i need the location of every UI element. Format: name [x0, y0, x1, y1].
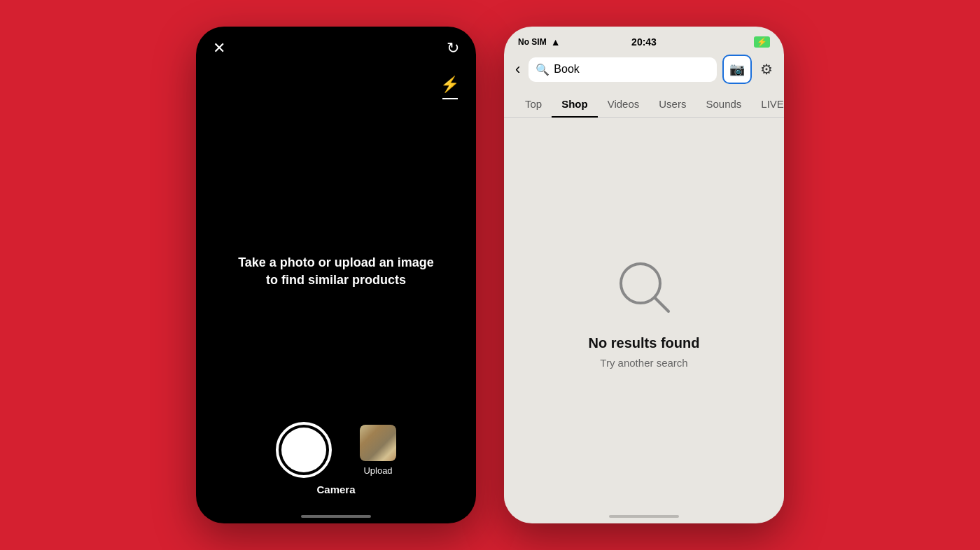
camera-controls-row: Upload — [196, 422, 476, 478]
wifi-icon: ▲ — [551, 36, 561, 48]
search-phone: No SIM ▲ 20:43 ⚡ ‹ 🔍 Book 📷 ⚙ Top Shop V… — [504, 27, 784, 523]
tab-top[interactable]: Top — [515, 91, 552, 117]
camera-topbar: ✕ ↻ — [196, 27, 476, 57]
battery-icon: ⚡ — [754, 36, 770, 48]
camera-search-icon: 📷 — [729, 62, 745, 77]
tabs-row: Top Shop Videos Users Sounds LIVE — [504, 91, 784, 118]
search-glass-icon: 🔍 — [536, 63, 550, 76]
tab-sounds[interactable]: Sounds — [696, 91, 751, 117]
no-results-icon — [612, 255, 676, 318]
shutter-inner — [281, 428, 326, 472]
upload-label: Upload — [363, 465, 392, 476]
camera-label: Camera — [316, 484, 355, 495]
no-sim-text: No SIM — [518, 37, 547, 47]
home-indicator — [301, 515, 371, 518]
results-area: No results found Try another search — [504, 118, 784, 506]
upload-thumbnail — [360, 425, 396, 461]
phones-container: ✕ ↻ ⚡ Take a photo or upload an image to… — [196, 27, 784, 523]
upload-button[interactable]: Upload — [360, 425, 396, 476]
no-results-subtitle: Try another search — [600, 357, 687, 369]
status-left: No SIM ▲ — [518, 36, 561, 48]
camera-phone: ✕ ↻ ⚡ Take a photo or upload an image to… — [196, 27, 476, 523]
tab-shop[interactable]: Shop — [552, 91, 598, 117]
status-time: 20:43 — [631, 36, 657, 48]
refresh-button[interactable]: ↻ — [447, 39, 459, 57]
tab-users[interactable]: Users — [649, 91, 696, 117]
status-bar: No SIM ▲ 20:43 ⚡ — [504, 27, 784, 48]
filter-button[interactable]: ⚙ — [757, 58, 776, 80]
camera-prompt: Take a photo or upload an image to find … — [238, 254, 434, 289]
camera-bottom-controls: Upload Camera — [196, 422, 476, 495]
no-results-title: No results found — [589, 335, 700, 351]
back-button[interactable]: ‹ — [512, 57, 523, 81]
tab-live[interactable]: LIVE — [751, 91, 784, 117]
camera-prompt-text: Take a photo or upload an image to find … — [238, 255, 434, 287]
search-input-container[interactable]: 🔍 Book — [528, 57, 717, 82]
search-query: Book — [554, 63, 710, 76]
flash-divider — [442, 98, 458, 99]
home-indicator-right — [609, 515, 679, 518]
flash-area: ⚡ — [440, 76, 459, 99]
tab-videos[interactable]: Videos — [598, 91, 650, 117]
upload-thumbnail-image — [360, 425, 396, 461]
status-right: ⚡ — [754, 36, 770, 48]
flash-icon[interactable]: ⚡ — [440, 76, 459, 94]
close-button[interactable]: ✕ — [213, 39, 225, 57]
search-bar-row: ‹ 🔍 Book 📷 ⚙ — [504, 48, 784, 91]
camera-search-button[interactable]: 📷 — [722, 55, 752, 84]
shutter-button[interactable] — [276, 422, 332, 478]
svg-line-1 — [655, 298, 668, 311]
